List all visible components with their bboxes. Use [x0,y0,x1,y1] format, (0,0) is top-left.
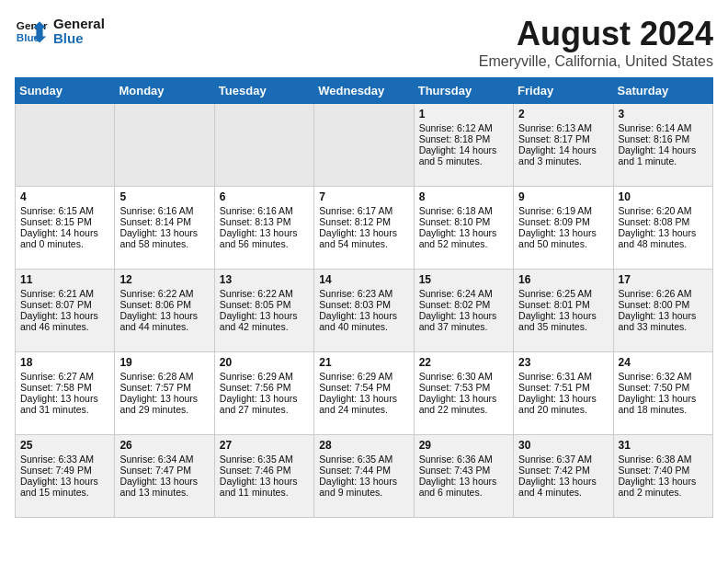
calendar-cell: 21Sunrise: 6:29 AMSunset: 7:54 PMDayligh… [314,352,414,435]
calendar-cell: 13Sunrise: 6:22 AMSunset: 8:05 PMDayligh… [214,270,313,352]
cell-text: Sunset: 8:10 PM [419,216,508,227]
cell-text: and 6 minutes. [419,487,508,498]
day-number: 21 [319,356,408,369]
cell-text: and 46 minutes. [20,321,109,332]
cell-text: Sunrise: 6:22 AM [119,288,209,299]
cell-text: and 42 minutes. [220,321,309,332]
cell-text: and 44 minutes. [119,321,209,332]
cell-text: Sunrise: 6:17 AM [319,205,408,216]
cell-text: Daylight: 13 hours [319,393,408,404]
cell-text: Sunrise: 6:32 AM [619,371,708,382]
week-row-1: 1Sunrise: 6:12 AMSunset: 8:18 PMDaylight… [16,104,713,187]
cell-text: Sunset: 8:09 PM [518,216,608,227]
day-number: 1 [419,108,508,121]
calendar-cell: 29Sunrise: 6:36 AMSunset: 7:43 PMDayligh… [414,435,513,518]
cell-text: Sunrise: 6:23 AM [319,288,408,299]
day-number: 16 [518,273,608,286]
cell-text: Sunset: 8:01 PM [518,299,608,310]
calendar-cell: 26Sunrise: 6:34 AMSunset: 7:47 PMDayligh… [115,435,214,518]
cell-text: and 20 minutes. [518,404,608,415]
cell-text: Daylight: 13 hours [20,310,109,321]
cell-text: Sunrise: 6:22 AM [220,288,309,299]
day-number: 13 [220,273,309,286]
calendar-cell: 31Sunrise: 6:38 AMSunset: 7:40 PMDayligh… [613,435,712,518]
title-block: August 2024 Emeryville, California, Unit… [479,15,713,70]
cell-text: Daylight: 13 hours [119,476,209,487]
cell-text: Daylight: 13 hours [319,476,408,487]
calendar-cell: 8Sunrise: 6:18 AMSunset: 8:10 PMDaylight… [414,187,513,270]
day-number: 4 [20,190,109,203]
cell-text: and 13 minutes. [119,487,209,498]
day-number: 9 [518,190,608,203]
cell-text: Daylight: 14 hours [419,144,508,155]
cell-text: and 15 minutes. [20,487,109,498]
cell-text: Sunrise: 6:30 AM [419,371,508,382]
cell-text: Sunset: 7:40 PM [619,465,708,476]
logo-text-general: General [53,17,105,32]
cell-text: Daylight: 13 hours [220,393,309,404]
calendar-cell: 5Sunrise: 6:16 AMSunset: 8:14 PMDaylight… [115,187,214,270]
cell-text: Sunset: 8:17 PM [518,133,608,144]
cell-text: Sunset: 7:53 PM [419,382,508,393]
cell-text: Sunset: 8:14 PM [119,216,209,227]
calendar-header: SundayMondayTuesdayWednesdayThursdayFrid… [16,78,713,104]
cell-text: Sunset: 7:50 PM [619,382,708,393]
cell-text: and 52 minutes. [419,238,508,249]
calendar-cell: 19Sunrise: 6:28 AMSunset: 7:57 PMDayligh… [115,352,214,435]
header-cell-wednesday: Wednesday [314,78,414,104]
cell-text: Daylight: 13 hours [220,310,309,321]
cell-text: and 37 minutes. [419,321,508,332]
calendar-cell: 22Sunrise: 6:30 AMSunset: 7:53 PMDayligh… [414,352,513,435]
cell-text: Sunset: 8:16 PM [619,133,708,144]
cell-text: Daylight: 13 hours [419,227,508,238]
cell-text: Daylight: 13 hours [619,227,708,238]
cell-text: Sunset: 7:47 PM [119,465,209,476]
day-number: 22 [419,356,508,369]
day-number: 3 [619,108,708,121]
cell-text: and 48 minutes. [619,238,708,249]
cell-text: and 22 minutes. [419,404,508,415]
day-number: 26 [119,439,209,452]
calendar-cell: 6Sunrise: 6:16 AMSunset: 8:13 PMDaylight… [214,187,313,270]
cell-text: Daylight: 13 hours [20,393,109,404]
day-number: 12 [119,273,209,286]
cell-text: Sunrise: 6:35 AM [220,454,309,465]
header-cell-tuesday: Tuesday [214,78,313,104]
calendar-cell: 3Sunrise: 6:14 AMSunset: 8:16 PMDaylight… [613,104,712,187]
cell-text: and 9 minutes. [319,487,408,498]
calendar-cell: 27Sunrise: 6:35 AMSunset: 7:46 PMDayligh… [214,435,313,518]
cell-text: Daylight: 13 hours [619,476,708,487]
day-number: 2 [518,108,608,121]
cell-text: Sunset: 8:03 PM [319,299,408,310]
day-number: 18 [20,356,109,369]
cell-text: Sunrise: 6:26 AM [619,288,708,299]
cell-text: Sunrise: 6:33 AM [20,454,109,465]
cell-text: and 2 minutes. [619,487,708,498]
calendar-cell [115,104,214,187]
cell-text: and 58 minutes. [119,238,209,249]
day-number: 19 [119,356,209,369]
cell-text: and 27 minutes. [220,404,309,415]
cell-text: Sunrise: 6:19 AM [518,205,608,216]
page-subtitle: Emeryville, California, United States [479,53,713,70]
calendar-cell: 16Sunrise: 6:25 AMSunset: 8:01 PMDayligh… [514,270,613,352]
day-number: 11 [20,273,109,286]
cell-text: Sunrise: 6:16 AM [220,205,309,216]
day-number: 14 [319,273,408,286]
cell-text: Daylight: 13 hours [518,476,608,487]
day-number: 30 [518,439,608,452]
day-number: 23 [518,356,608,369]
cell-text: Daylight: 14 hours [619,144,708,155]
cell-text: Sunrise: 6:12 AM [419,122,508,133]
cell-text: Daylight: 14 hours [20,227,109,238]
logo-icon: General Blue [15,15,48,48]
cell-text: Sunrise: 6:15 AM [20,205,109,216]
cell-text: Sunset: 8:08 PM [619,216,708,227]
cell-text: Sunrise: 6:16 AM [119,205,209,216]
calendar-cell: 17Sunrise: 6:26 AMSunset: 8:00 PMDayligh… [613,270,712,352]
cell-text: Sunset: 8:00 PM [619,299,708,310]
calendar-cell: 2Sunrise: 6:13 AMSunset: 8:17 PMDaylight… [514,104,613,187]
header-cell-thursday: Thursday [414,78,513,104]
calendar-cell: 24Sunrise: 6:32 AMSunset: 7:50 PMDayligh… [613,352,712,435]
cell-text: and 40 minutes. [319,321,408,332]
